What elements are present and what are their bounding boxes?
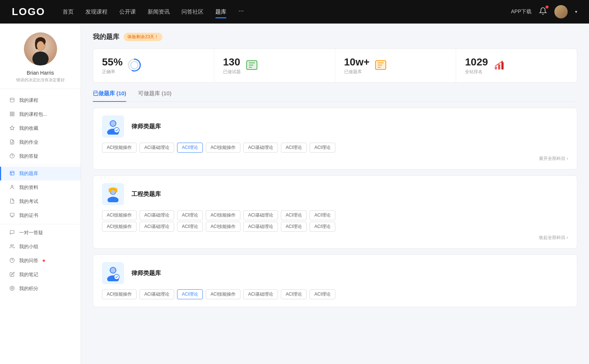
tag-l1-0[interactable]: ACI技能操作 bbox=[102, 143, 137, 153]
engineer-icon-wrap bbox=[102, 183, 124, 205]
profile-name: Brian Harris bbox=[27, 70, 54, 76]
svg-rect-10 bbox=[13, 112, 14, 113]
svg-point-28 bbox=[10, 286, 14, 290]
questions-dot bbox=[43, 260, 45, 262]
divider-2 bbox=[0, 224, 81, 224]
sidebar-item-course-pack[interactable]: 我的课程包... bbox=[0, 107, 81, 121]
sidebar: Brian Harris 错误的决定比没有决定要好 我的课程 我的课程包... bbox=[0, 24, 81, 364]
page-header: 我的题库 体验剩余23天！ bbox=[93, 32, 577, 41]
tag-l1-4[interactable]: ACI基础理论 bbox=[243, 143, 278, 153]
tag-l1-5[interactable]: ACI理论 bbox=[281, 143, 307, 153]
nav-qa[interactable]: 问答社区 bbox=[181, 7, 204, 17]
lawyer-icon-wrap-1 bbox=[102, 115, 124, 138]
tag-e-5[interactable]: ACI理论 bbox=[281, 210, 307, 220]
svg-rect-44 bbox=[498, 64, 500, 69]
user-dropdown-arrow[interactable]: ▾ bbox=[575, 9, 577, 14]
svg-rect-18 bbox=[10, 171, 14, 175]
tag-e2-6[interactable]: ACI理论 bbox=[310, 222, 335, 232]
tag-e-0[interactable]: ACI技能操作 bbox=[102, 210, 137, 220]
tag-l2-5[interactable]: ACI理论 bbox=[281, 289, 307, 299]
sidebar-item-group[interactable]: 我的小组 bbox=[0, 240, 81, 254]
sidebar-label-profile: 我的资料 bbox=[19, 184, 38, 191]
sidebar-item-homework[interactable]: 我的作业 bbox=[0, 135, 81, 149]
divider-1 bbox=[0, 165, 81, 165]
qbank-card-lawyer-2: 律师类题库 ACI技能操作 ACI基础理论 ACI理论 ACI技能操作 ACI基… bbox=[93, 254, 577, 307]
sidebar-item-qa[interactable]: 我的答疑 bbox=[0, 149, 81, 163]
tab-done[interactable]: 已做题库 (10) bbox=[93, 90, 126, 101]
svg-point-29 bbox=[11, 287, 13, 289]
navbar-right: APP下载 ▾ bbox=[511, 5, 577, 18]
nav-news[interactable]: 新闻资讯 bbox=[148, 7, 170, 17]
user-avatar-nav[interactable] bbox=[554, 5, 568, 18]
sidebar-item-1on1[interactable]: 一对一答疑 bbox=[0, 226, 81, 240]
svg-rect-7 bbox=[10, 98, 14, 102]
tab-available[interactable]: 可做题库 (10) bbox=[138, 90, 172, 101]
tag-e2-4[interactable]: ACI基础理论 bbox=[243, 222, 278, 232]
svg-point-46 bbox=[501, 61, 503, 62]
sidebar-label-courses: 我的课程 bbox=[19, 97, 38, 104]
svg-point-52 bbox=[107, 197, 119, 202]
sidebar-label-qa: 我的答疑 bbox=[19, 153, 38, 160]
sidebar-item-points[interactable]: 我的积分 bbox=[0, 282, 81, 296]
nav-more[interactable]: ··· bbox=[238, 7, 244, 17]
sidebar-label-homework: 我的作业 bbox=[19, 139, 38, 146]
sidebar-item-profile[interactable]: 我的资料 bbox=[0, 181, 81, 195]
tag-l1-1[interactable]: ACI基础理论 bbox=[140, 143, 174, 153]
tag-e-2[interactable]: ACI理论 bbox=[177, 210, 203, 220]
svg-point-55 bbox=[111, 190, 115, 195]
tags-row-lawyer-2: ACI技能操作 ACI基础理论 ACI理论 ACI技能操作 ACI基础理论 AC… bbox=[102, 289, 568, 299]
tag-e2-0[interactable]: ACI技能操作 bbox=[102, 222, 137, 232]
tag-l2-0[interactable]: ACI技能操作 bbox=[102, 289, 137, 299]
sidebar-item-courses[interactable]: 我的课程 bbox=[0, 93, 81, 107]
sidebar-item-favorites[interactable]: 我的收藏 bbox=[0, 121, 81, 135]
tag-l2-4[interactable]: ACI基础理论 bbox=[243, 289, 278, 299]
sidebar-item-questions[interactable]: 我的问答 bbox=[0, 254, 81, 268]
tag-l1-3[interactable]: ACI技能操作 bbox=[206, 143, 240, 153]
nav-question-bank[interactable]: 题库 bbox=[215, 7, 226, 17]
qbank-title-engineer: 工程类题库 bbox=[131, 190, 161, 198]
tag-e2-2[interactable]: ACI理论 bbox=[177, 222, 203, 232]
tag-l2-6[interactable]: ACI理论 bbox=[310, 289, 335, 299]
tag-e2-1[interactable]: ACI基础理论 bbox=[140, 222, 174, 232]
collapse-engineer[interactable]: 收起全部科目 › bbox=[102, 235, 568, 241]
svg-rect-12 bbox=[13, 114, 14, 116]
app-download-link[interactable]: APP下载 bbox=[511, 8, 532, 15]
qbank-card-engineer: 工程类题库 ACI技能操作 ACI基础理论 ACI理论 ACI技能操作 ACI基… bbox=[93, 175, 577, 249]
profile-motto: 错误的决定比没有决定要好 bbox=[10, 77, 71, 83]
tag-e-6[interactable]: ACI理论 bbox=[310, 210, 335, 220]
svg-rect-43 bbox=[495, 67, 497, 69]
sidebar-item-question-bank[interactable]: 我的题库 bbox=[0, 167, 81, 181]
tag-e2-5[interactable]: ACI理论 bbox=[281, 222, 307, 232]
qbank-title-lawyer-2: 律师类题库 bbox=[131, 270, 161, 277]
tag-l2-3[interactable]: ACI技能操作 bbox=[206, 289, 240, 299]
tag-l1-6[interactable]: ACI理论 bbox=[310, 143, 335, 153]
sidebar-item-exam[interactable]: 我的考试 bbox=[0, 195, 81, 208]
tag-l1-2[interactable]: ACI理论 bbox=[177, 143, 203, 153]
nav-home[interactable]: 首页 bbox=[63, 7, 74, 17]
expand-lawyer-1[interactable]: 展开全部科目 › bbox=[102, 156, 568, 162]
question-bank-icon bbox=[9, 171, 15, 177]
qbank-card-lawyer-1: 律师类题库 ACI技能操作 ACI基础理论 ACI理论 ACI技能操作 ACI基… bbox=[93, 108, 577, 169]
nav-open-course[interactable]: 公开课 bbox=[119, 7, 136, 17]
notification-bell[interactable] bbox=[539, 7, 547, 17]
sidebar-label-group: 我的小组 bbox=[19, 243, 38, 250]
tag-e-3[interactable]: ACI技能操作 bbox=[206, 210, 240, 220]
tag-l2-2[interactable]: ACI理论 bbox=[177, 289, 203, 299]
sidebar-label-course-pack: 我的课程包... bbox=[19, 111, 47, 118]
logo[interactable]: LOGO bbox=[12, 6, 45, 18]
sidebar-label-question-bank: 我的题库 bbox=[19, 170, 38, 177]
tag-e-1[interactable]: ACI基础理论 bbox=[140, 210, 174, 220]
qbank-card-header-3: 律师类题库 bbox=[102, 262, 568, 284]
svg-rect-45 bbox=[501, 62, 504, 69]
course-pack-icon bbox=[9, 111, 15, 118]
stat-done-number: 130 bbox=[223, 56, 241, 68]
sidebar-label-points: 我的积分 bbox=[19, 285, 38, 292]
stat-done-banks: 10w+ 已做题库 bbox=[335, 49, 456, 82]
sidebar-item-notes[interactable]: 我的笔记 bbox=[0, 268, 81, 282]
tag-l2-1[interactable]: ACI基础理论 bbox=[140, 289, 174, 299]
nav-discover[interactable]: 发现课程 bbox=[85, 7, 107, 17]
sidebar-item-certificate[interactable]: 我的证书 bbox=[0, 208, 81, 222]
tag-e2-3[interactable]: ACI技能操作 bbox=[206, 222, 240, 232]
tag-e-4[interactable]: ACI基础理论 bbox=[243, 210, 278, 220]
svg-point-49 bbox=[110, 121, 116, 126]
